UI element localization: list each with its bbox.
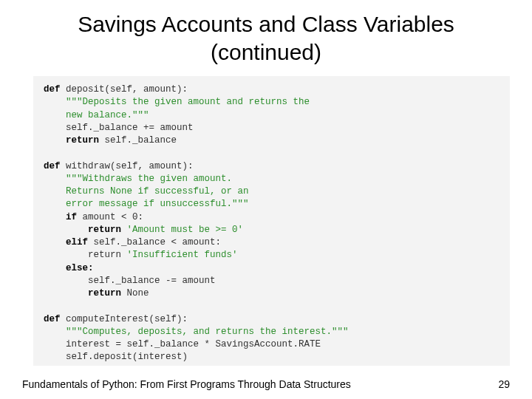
code-kw: else: bbox=[66, 263, 94, 273]
code-text: self._balance += amount bbox=[44, 123, 194, 133]
code-docstring: """Deposits the given amount and returns… bbox=[44, 97, 310, 107]
code-text: self._balance < amount: bbox=[88, 237, 221, 248]
code-docstring: """Withdraws the given amount. bbox=[44, 174, 232, 184]
code-text: self._balance -= amount bbox=[44, 276, 216, 286]
code-text bbox=[44, 288, 88, 299]
title-line-1: Savings Accounts and Class Variables bbox=[78, 12, 454, 36]
footer-text: Fundamentals of Python: From First Progr… bbox=[22, 378, 351, 390]
code-kw: return bbox=[88, 225, 121, 235]
slide: Savings Accounts and Class Variables (co… bbox=[0, 0, 532, 399]
code-kw: def bbox=[44, 314, 61, 324]
code-text bbox=[44, 135, 66, 146]
code-docstring: new balance.""" bbox=[44, 110, 149, 120]
code-docstring: error message if unsuccessful.""" bbox=[44, 199, 249, 209]
code-kw: def bbox=[44, 161, 61, 171]
code-text: interest bbox=[99, 365, 149, 366]
code-text: interest = self._balance * SavingsAccoun… bbox=[44, 339, 321, 349]
code-text: amount < 0: bbox=[77, 212, 143, 222]
code-kw: if bbox=[66, 212, 77, 222]
code-text: return bbox=[44, 250, 127, 260]
code-text: withdraw(self, amount): bbox=[61, 161, 194, 171]
code-string: 'Amount must be >= 0' bbox=[121, 225, 243, 235]
code-text: None bbox=[121, 288, 149, 299]
code-text: self._balance bbox=[99, 135, 177, 146]
code-string: 'Insufficient funds' bbox=[127, 250, 238, 260]
footer: Fundamentals of Python: From First Progr… bbox=[22, 378, 510, 390]
page-number: 29 bbox=[498, 378, 510, 390]
code-docstring: Returns None if successful, or an bbox=[44, 186, 249, 197]
code-text bbox=[44, 225, 88, 235]
slide-title: Savings Accounts and Class Variables (co… bbox=[0, 0, 532, 66]
code-text: computeInterest(self): bbox=[61, 314, 188, 324]
code-block: def deposit(self, amount): """Deposits t… bbox=[33, 76, 510, 366]
code-text bbox=[44, 212, 66, 222]
code-text bbox=[44, 365, 66, 366]
code-docstring: """Computes, deposits, and returns the i… bbox=[44, 327, 349, 337]
code-kw: def bbox=[44, 84, 61, 95]
code-text bbox=[44, 237, 66, 248]
code-text: self.deposit(interest) bbox=[44, 352, 188, 362]
code-kw: return bbox=[66, 365, 99, 366]
code-text bbox=[44, 263, 66, 273]
code-kw: return bbox=[66, 135, 99, 146]
code-kw: return bbox=[88, 288, 121, 299]
code-kw: elif bbox=[66, 237, 88, 248]
code-text: deposit(self, amount): bbox=[61, 84, 188, 95]
title-line-2: (continued) bbox=[211, 40, 321, 64]
